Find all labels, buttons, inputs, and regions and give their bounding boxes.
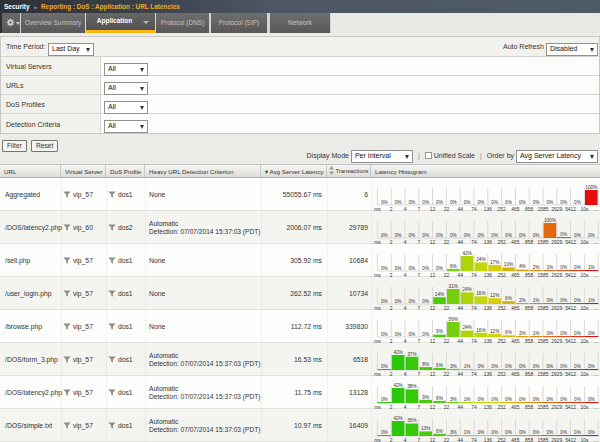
svg-text:74: 74 (471, 438, 477, 442)
svg-text:6%: 6% (505, 296, 512, 301)
svg-text:44: 44 (457, 438, 463, 442)
svg-text:0%: 0% (464, 233, 471, 238)
svg-text:0%: 0% (574, 430, 581, 435)
svg-text:0%: 0% (409, 299, 416, 304)
svg-text:0%: 0% (588, 364, 595, 369)
svg-text:6%: 6% (436, 396, 443, 401)
svg-text:2%: 2% (533, 265, 540, 270)
svg-text:0%: 0% (560, 331, 567, 336)
svg-text:9%: 9% (436, 329, 443, 334)
svg-text:0%: 0% (450, 233, 457, 238)
svg-text:4%: 4% (519, 264, 526, 269)
svg-text:0%: 0% (381, 332, 388, 337)
svg-text:0%: 0% (574, 331, 581, 336)
svg-text:0%: 0% (478, 364, 485, 369)
svg-text:0%: 0% (505, 430, 512, 435)
svg-text:8%: 8% (422, 362, 429, 367)
svg-text:7: 7 (417, 438, 420, 442)
svg-text:0%: 0% (381, 299, 388, 304)
svg-text:1585: 1585 (538, 438, 549, 442)
svg-text:0%: 0% (491, 233, 498, 238)
svg-text:37%: 37% (407, 352, 416, 357)
svg-text:2%: 2% (519, 298, 526, 303)
svg-text:10s: 10s (580, 438, 588, 442)
svg-text:1%: 1% (588, 298, 595, 303)
svg-text:1%: 1% (464, 430, 471, 435)
svg-text:38%: 38% (407, 384, 416, 389)
svg-text:0%: 0% (519, 364, 526, 369)
svg-text:14%: 14% (435, 292, 444, 297)
svg-text:0%: 0% (560, 232, 567, 237)
svg-text:13%: 13% (421, 426, 430, 431)
svg-text:0%: 0% (574, 298, 581, 303)
svg-text:0%: 0% (519, 430, 526, 435)
svg-text:2%: 2% (519, 331, 526, 336)
svg-text:0%: 0% (395, 299, 402, 304)
svg-text:0%: 0% (409, 332, 416, 337)
svg-text:0%: 0% (547, 298, 554, 303)
svg-text:2929: 2929 (551, 438, 562, 442)
svg-text:0%: 0% (478, 430, 485, 435)
svg-text:16%: 16% (476, 328, 485, 333)
svg-text:0%: 0% (422, 233, 429, 238)
svg-text:0%: 0% (547, 430, 554, 435)
svg-text:0%: 0% (381, 266, 388, 271)
svg-text:252: 252 (498, 438, 506, 442)
svg-text:42%: 42% (393, 383, 402, 388)
svg-text:0%: 0% (395, 200, 402, 205)
svg-text:16%: 16% (476, 291, 485, 296)
svg-text:10%: 10% (504, 262, 513, 267)
svg-text:0%: 0% (422, 332, 429, 337)
svg-text:0%: 0% (381, 200, 388, 205)
svg-text:0%: 0% (436, 233, 443, 238)
svg-text:35%: 35% (407, 418, 416, 423)
svg-text:0%: 0% (533, 364, 540, 369)
svg-text:0%: 0% (588, 430, 595, 435)
svg-text:0%: 0% (491, 200, 498, 205)
svg-text:0%: 0% (491, 397, 498, 402)
svg-text:0%: 0% (574, 397, 581, 402)
svg-text:0%: 0% (381, 233, 388, 238)
svg-text:0%: 0% (395, 266, 402, 271)
svg-text:0%: 0% (491, 364, 498, 369)
svg-text:31%: 31% (449, 284, 458, 289)
svg-text:0%: 0% (560, 200, 567, 205)
svg-text:6%: 6% (505, 330, 512, 335)
svg-text:0%: 0% (436, 266, 443, 271)
svg-text:42%: 42% (393, 416, 402, 421)
svg-text:0%: 0% (533, 430, 540, 435)
svg-text:0%: 0% (422, 200, 429, 205)
svg-text:0%: 0% (478, 233, 485, 238)
svg-text:1%: 1% (464, 397, 471, 402)
svg-text:0%: 0% (533, 200, 540, 205)
svg-text:0%: 0% (519, 233, 526, 238)
svg-text:0%: 0% (547, 200, 554, 205)
svg-text:12%: 12% (490, 329, 499, 334)
svg-text:0%: 0% (533, 397, 540, 402)
svg-text:1%: 1% (533, 298, 540, 303)
svg-text:0%: 0% (381, 364, 388, 369)
svg-text:0%: 0% (409, 200, 416, 205)
svg-text:0%: 0% (560, 397, 567, 402)
svg-text:24%: 24% (462, 287, 471, 292)
svg-text:9%: 9% (422, 395, 429, 400)
svg-text:0%: 0% (574, 200, 581, 205)
svg-text:0%: 0% (436, 200, 443, 205)
svg-text:0%: 0% (574, 265, 581, 270)
svg-text:0%: 0% (574, 364, 581, 369)
svg-text:0%: 0% (409, 233, 416, 238)
svg-text:0%: 0% (533, 233, 540, 238)
svg-text:6%: 6% (436, 429, 443, 434)
svg-text:0%: 0% (560, 430, 567, 435)
svg-text:465: 465 (511, 438, 519, 442)
svg-text:0%: 0% (422, 299, 429, 304)
svg-text:3%: 3% (450, 430, 457, 435)
svg-text:1%: 1% (464, 364, 471, 369)
svg-text:0%: 0% (395, 233, 402, 238)
svg-text:6%: 6% (450, 264, 457, 269)
svg-text:0%: 0% (519, 397, 526, 402)
svg-text:0%: 0% (547, 364, 554, 369)
svg-text:0%: 0% (588, 397, 595, 402)
svg-text:0%: 0% (588, 331, 595, 336)
svg-text:42%: 42% (462, 251, 471, 256)
